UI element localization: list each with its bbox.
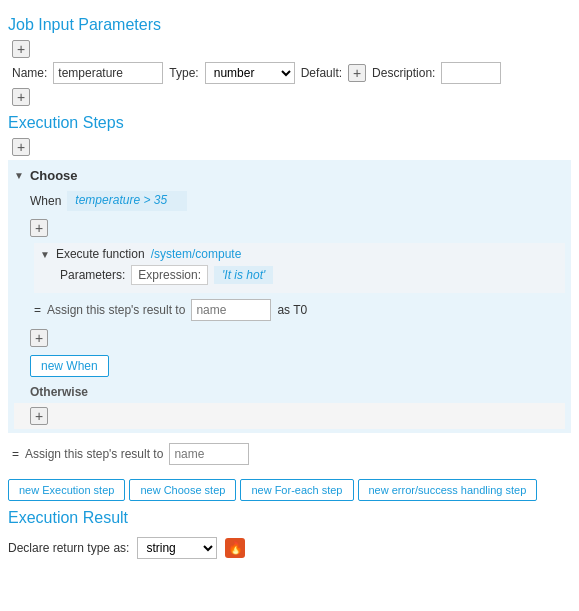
expr-label: Expression:: [131, 265, 208, 285]
as-label: as T0: [277, 303, 307, 317]
expr-value[interactable]: 'It is hot': [214, 266, 273, 284]
params-label: Parameters:: [60, 268, 125, 282]
otherwise-block: +: [14, 403, 565, 429]
execution-result-title: Execution Result: [8, 509, 571, 527]
execute-path[interactable]: /system/compute: [151, 247, 242, 261]
when-label: When: [30, 194, 61, 208]
add-inner-button-2[interactable]: +: [30, 329, 48, 347]
description-label: Description:: [372, 66, 435, 80]
fire-icon[interactable]: 🔥: [225, 538, 245, 558]
new-when-row: new When: [14, 351, 565, 381]
add-param-bottom-row: +: [8, 88, 571, 106]
otherwise-label: Otherwise: [14, 381, 565, 403]
choose-block: ▼ Choose When temperature > 35 + ▼ Execu…: [8, 160, 571, 433]
inner-add-row: +: [14, 215, 565, 241]
when-expression[interactable]: temperature > 35: [67, 191, 187, 211]
execute-collapse-icon[interactable]: ▼: [40, 249, 50, 260]
outer-assign-row: = Assign this step's result to: [8, 437, 571, 471]
job-input-params-title: Job Input Parameters: [8, 16, 571, 34]
add-inner-button[interactable]: +: [30, 219, 48, 237]
new-foreach-step-button[interactable]: new For-each step: [240, 479, 353, 501]
params-row: Parameters: Expression: 'It is hot': [40, 261, 559, 289]
inner-add-row-2: +: [14, 325, 565, 351]
return-type-select[interactable]: string number boolean array object: [137, 537, 217, 559]
add-param-row: +: [8, 40, 571, 58]
name-label: Name:: [12, 66, 47, 80]
declare-label: Declare return type as:: [8, 541, 129, 555]
param-name-row: Name: Type: number string boolean Defaul…: [8, 62, 571, 84]
name-input[interactable]: [53, 62, 163, 84]
type-label: Type:: [169, 66, 198, 80]
new-execution-step-button[interactable]: new Execution step: [8, 479, 125, 501]
when-row: When temperature > 35: [14, 187, 565, 215]
outer-assign-input[interactable]: [169, 443, 249, 465]
type-select[interactable]: number string boolean: [205, 62, 295, 84]
inner-equals: =: [34, 303, 41, 317]
inner-assign-label: Assign this step's result to: [47, 303, 185, 317]
choose-label: Choose: [30, 168, 78, 183]
add-step-top-button[interactable]: +: [12, 138, 30, 156]
new-error-step-button[interactable]: new error/success handling step: [358, 479, 538, 501]
default-label: Default:: [301, 66, 342, 80]
execution-steps-title: Execution Steps: [8, 114, 571, 132]
return-type-row: Declare return type as: string number bo…: [8, 533, 571, 563]
inner-assign-row: = Assign this step's result to as T0: [14, 295, 565, 325]
new-when-button[interactable]: new When: [30, 355, 109, 377]
choose-header: ▼ Choose: [14, 164, 565, 187]
execution-steps-container: + ▼ Choose When temperature > 35 + ▼ Exe…: [8, 138, 571, 471]
choose-collapse-icon[interactable]: ▼: [14, 170, 24, 181]
execute-header: ▼ Execute function /system/compute: [40, 247, 559, 261]
outer-equals: =: [12, 447, 19, 461]
execute-label: Execute function: [56, 247, 145, 261]
description-input[interactable]: [441, 62, 501, 84]
add-step-top-row: +: [8, 138, 571, 156]
new-choose-step-button[interactable]: new Choose step: [129, 479, 236, 501]
inner-assign-input[interactable]: [191, 299, 271, 321]
add-otherwise-button[interactable]: +: [30, 407, 48, 425]
outer-assign-label: Assign this step's result to: [25, 447, 163, 461]
execute-function-block: ▼ Execute function /system/compute Param…: [34, 243, 565, 293]
add-param-bottom-button[interactable]: +: [12, 88, 30, 106]
add-param-button[interactable]: +: [12, 40, 30, 58]
bottom-buttons-row: new Execution step new Choose step new F…: [8, 479, 571, 501]
add-default-button[interactable]: +: [348, 64, 366, 82]
